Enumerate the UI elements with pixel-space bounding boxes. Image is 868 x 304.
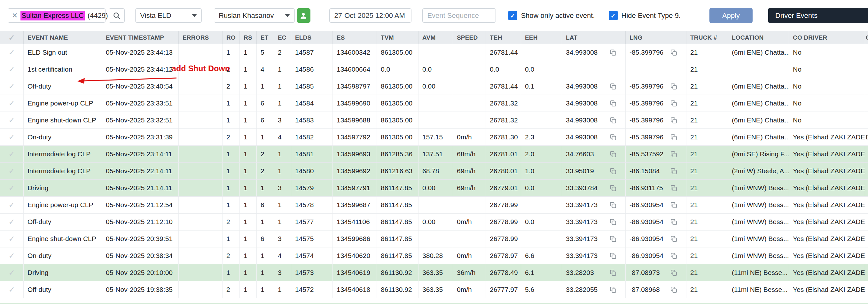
event-sequence-input[interactable] — [422, 8, 496, 23]
cell-ro: 2 — [222, 214, 240, 231]
cell-teh: 26779.01 — [486, 180, 521, 196]
cell-es: 134599692 — [333, 163, 377, 180]
eld-select[interactable]: Vista ELD — [135, 8, 202, 23]
copy-icon[interactable] — [609, 201, 617, 209]
cell-rs: 1 — [240, 95, 257, 112]
table-row[interactable]: ✓On-duty05-Nov-2025 23:31:39211414582134… — [0, 129, 868, 146]
company-select[interactable]: ✕ Sultan Express LLC (4429) — [8, 8, 105, 23]
row-checkbox[interactable]: ✓ — [0, 163, 24, 180]
show-active-checkbox[interactable]: ✓ Show only active event. — [508, 11, 595, 20]
copy-icon[interactable] — [609, 83, 617, 90]
cell-eeh: 0.1 — [521, 78, 562, 95]
copy-icon[interactable] — [609, 218, 617, 226]
select-all-checkbox[interactable]: ✓ — [0, 31, 24, 44]
copy-icon[interactable] — [609, 252, 617, 260]
table-row[interactable]: ✓Engine shut-down CLP05-Nov-2025 23:32:5… — [0, 112, 868, 129]
table-row[interactable]: ✓Intermediate log CLP05-Nov-2025 23:14:1… — [0, 146, 868, 163]
driver-events-button[interactable]: Driver Events — [768, 8, 868, 23]
copy-icon[interactable] — [609, 49, 617, 57]
copy-icon[interactable] — [670, 150, 678, 158]
company-name: Sultan Express LLC — [21, 11, 84, 21]
table-row[interactable]: ✓ELD Sign out05-Nov-2025 23:44:131152145… — [0, 44, 868, 61]
cell-c — [865, 78, 868, 95]
table-row[interactable]: ✓Engine power-up CLP05-Nov-2025 23:33:51… — [0, 95, 868, 112]
copy-icon[interactable] — [609, 286, 617, 294]
copy-icon[interactable] — [670, 167, 678, 175]
copy-icon[interactable] — [670, 49, 678, 57]
copy-icon[interactable] — [670, 252, 678, 260]
coordinate-value: 33.95019 — [566, 167, 594, 175]
apply-button[interactable]: Apply — [709, 8, 752, 23]
cell-avm: 0.00 — [418, 214, 453, 231]
row-checkbox[interactable]: ✓ — [0, 214, 24, 231]
copy-icon[interactable] — [609, 133, 617, 141]
column-header-truck: TRUCK # — [686, 31, 728, 44]
cell-et: 4 — [257, 61, 274, 78]
table-row[interactable]: ✓Intermediate log CLP05-Nov-2025 22:14:1… — [0, 163, 868, 180]
row-checkbox[interactable]: ✓ — [0, 247, 24, 264]
copy-icon[interactable] — [609, 116, 617, 124]
cell-truck: 21 — [686, 78, 728, 95]
date-range-input[interactable] — [329, 8, 411, 23]
copy-icon[interactable] — [670, 184, 678, 192]
annotation-add-shut-down: add Shut Down — [172, 64, 230, 73]
row-checkbox[interactable]: ✓ — [0, 196, 24, 214]
copy-icon[interactable] — [609, 150, 617, 158]
cell-rs: 1 — [240, 281, 257, 298]
copy-icon[interactable] — [609, 269, 617, 277]
hide-type9-checkbox[interactable]: ✓ Hide Event Type 9. — [609, 11, 681, 20]
row-checkbox[interactable]: ✓ — [0, 231, 24, 247]
row-checkbox[interactable]: ✓ — [0, 112, 24, 129]
cell-event-timestamp: 05-Nov-2025 21:14:11 — [102, 180, 179, 196]
table-row[interactable]: ✓On-duty05-Nov-2025 20:38:34211414574134… — [0, 247, 868, 264]
copy-icon[interactable] — [609, 167, 617, 175]
table-row[interactable]: ✓Off-duty05-Nov-2025 21:12:1021111457713… — [0, 214, 868, 231]
copy-icon[interactable] — [609, 99, 617, 108]
row-checkbox[interactable]: ✓ — [0, 129, 24, 146]
cell-lat: 33.282055 — [562, 281, 626, 298]
table-row[interactable]: ✓Engine shut-down CLP05-Nov-2025 20:39:5… — [0, 231, 868, 247]
cell-location: (2mi W) Steele, A... — [728, 163, 789, 180]
cell-truck: 21 — [686, 247, 728, 264]
cell-speed: 0m/h — [453, 281, 486, 298]
copy-icon[interactable] — [670, 99, 678, 108]
copy-icon[interactable] — [609, 184, 617, 192]
copy-icon[interactable] — [670, 116, 678, 124]
table-row[interactable]: ✓Engine power-up CLP05-Nov-2025 21:12:54… — [0, 196, 868, 214]
cell-lat: 33.393784 — [562, 180, 626, 196]
driver-select[interactable]: Ruslan Khasanov — [214, 8, 294, 23]
cell-c — [865, 196, 868, 214]
cell-speed — [453, 61, 486, 78]
cell-event-name: Engine shut-down CLP — [24, 231, 102, 247]
cell-ec: 1 — [274, 163, 291, 180]
cell-truck: 21 — [686, 61, 728, 78]
copy-icon[interactable] — [670, 218, 678, 226]
table-row-partial — [0, 303, 868, 304]
clear-icon[interactable]: ✕ — [12, 11, 18, 20]
row-checkbox[interactable]: ✓ — [0, 95, 24, 112]
copy-icon[interactable] — [670, 83, 678, 90]
copy-icon[interactable] — [670, 201, 678, 209]
copy-icon[interactable] — [609, 235, 617, 243]
copy-icon[interactable] — [670, 235, 678, 243]
add-driver-button[interactable] — [297, 8, 311, 23]
row-checkbox[interactable]: ✓ — [0, 180, 24, 196]
table-row[interactable]: ✓Driving05-Nov-2025 21:14:11111314579134… — [0, 180, 868, 196]
row-checkbox[interactable]: ✓ — [0, 61, 24, 78]
table-row[interactable]: ✓Off-duty05-Nov-2025 19:38:3521111457213… — [0, 281, 868, 298]
copy-icon[interactable] — [670, 286, 678, 294]
table-row[interactable]: ✓Driving05-Nov-2025 20:10:00111314573134… — [0, 264, 868, 281]
row-checkbox[interactable]: ✓ — [0, 281, 24, 298]
cell-es: 134597791 — [333, 180, 377, 196]
row-checkbox[interactable]: ✓ — [0, 78, 24, 95]
row-checkbox[interactable]: ✓ — [0, 146, 24, 163]
copy-icon[interactable] — [670, 269, 678, 277]
cell-eeh: 0.0 — [521, 61, 562, 78]
row-checkbox[interactable]: ✓ — [0, 264, 24, 281]
cell-elds: 14579 — [291, 180, 333, 196]
cell-event-name: Off-duty — [24, 281, 102, 298]
search-button[interactable] — [109, 8, 125, 23]
row-checkbox[interactable]: ✓ — [0, 44, 24, 61]
cell-rs: 1 — [240, 61, 257, 78]
copy-icon[interactable] — [670, 133, 678, 141]
